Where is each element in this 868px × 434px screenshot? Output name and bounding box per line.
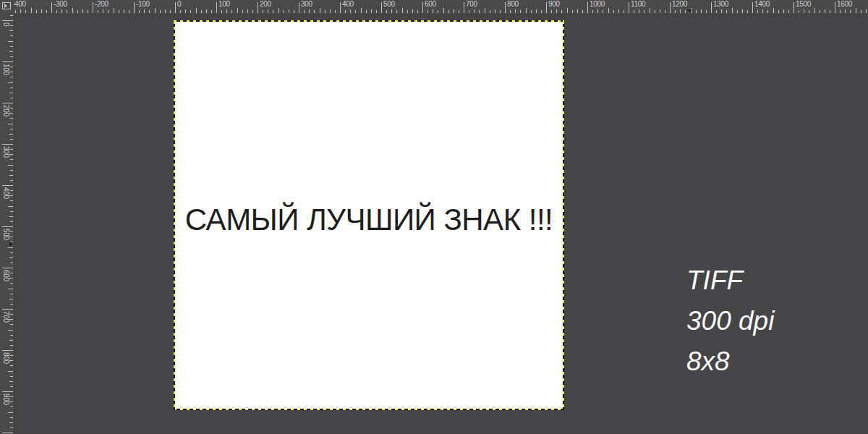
ruler-label-v: 600 (2, 270, 9, 281)
ruler-tick (417, 10, 418, 13)
ruler-tick (685, 10, 686, 13)
ruler-tick (9, 258, 13, 258)
vertical-ruler[interactable]: 0100200300400500600700800900 (0, 14, 14, 434)
ruler-tick (8, 330, 13, 331)
ruler-tick (56, 10, 57, 13)
ruler-tick (10, 56, 13, 57)
ruler-tick (160, 10, 161, 13)
info-line-dpi: 300 dpi (686, 301, 774, 341)
ruler-tick (644, 10, 644, 13)
ruler-tick (2, 144, 13, 145)
ruler-tick (67, 10, 67, 13)
ruler-tick (510, 10, 511, 13)
ruler-tick (139, 10, 140, 13)
ruler-label-v: 400 (2, 187, 9, 199)
ruler-tick (93, 2, 93, 13)
ruler-tick (247, 9, 248, 13)
ruler-tick (856, 8, 856, 13)
ruler-tick (825, 9, 825, 13)
ruler-tick (366, 10, 367, 13)
ruler-tick (10, 386, 13, 387)
ruler-label-v: 0 (2, 22, 9, 26)
ruler-tick (459, 10, 459, 13)
ruler-tick (793, 2, 794, 13)
ruler-tick (866, 9, 867, 13)
ruler-tick (814, 8, 815, 13)
ruler-tick (655, 10, 655, 13)
ruler-tick (515, 9, 516, 13)
ruler-tick (9, 51, 13, 52)
ruler-tick (340, 2, 341, 13)
ruler-tick (155, 8, 156, 13)
ruler-tick (8, 412, 13, 413)
ruler-label-v: 900 (2, 393, 9, 405)
ruler-tick (10, 304, 13, 305)
ruler-tick (675, 10, 676, 13)
ruler-label-v: 700 (2, 311, 9, 323)
ruler-tick (639, 9, 639, 13)
horizontal-ruler[interactable]: -400-300-200-100010020030040050060070080… (14, 0, 868, 14)
ruler-tick (561, 10, 562, 13)
ruler-tick (845, 9, 846, 13)
ruler-tick (134, 2, 135, 13)
ruler-tick (31, 8, 32, 13)
ruler-tick (381, 2, 382, 13)
ruler-tick (850, 10, 851, 13)
ruler-label-v: 300 (2, 146, 9, 158)
ruler-tick (119, 10, 119, 13)
ruler-label-v: 500 (2, 229, 9, 240)
ruler-tick (732, 8, 733, 13)
ruler-tick (231, 10, 232, 13)
ruler-tick (273, 10, 273, 13)
ruler-tick (9, 134, 13, 135)
ruler-tick (10, 335, 13, 336)
ruler-tick (443, 8, 444, 13)
ruler-tick (88, 10, 88, 13)
ruler-tick (10, 77, 13, 77)
ruler-tick (9, 422, 13, 423)
ruler-tick (650, 8, 650, 13)
ruler-tick (536, 9, 537, 13)
info-text-block: TIFF 300 dpi 8x8 (686, 260, 774, 382)
canvas-text-layer: САМЫЙ ЛУЧШИЙ ЗНАК !!! (174, 203, 564, 237)
ruler-tick (783, 9, 784, 13)
ruler-label-h: -400 (14, 1, 26, 8)
image-canvas[interactable]: САМЫЙ ЛУЧШИЙ ЗНАК !!! (174, 20, 564, 410)
ruler-tick (391, 9, 392, 13)
ruler-tick (165, 9, 166, 13)
ruler-tick (10, 231, 13, 232)
ruler-tick (10, 427, 13, 428)
ruler-tick (840, 10, 841, 13)
ruler-tick (350, 9, 351, 13)
ruler-tick (9, 216, 13, 217)
ruler-tick (10, 221, 13, 222)
ruler-tick (129, 10, 129, 13)
ruler-label-h: 700 (466, 1, 477, 8)
ruler-tick (371, 9, 372, 13)
ruler-tick (77, 10, 78, 13)
ruler-tick (103, 9, 103, 13)
ruler-tick (294, 10, 294, 13)
ruler-tick (8, 82, 13, 83)
ruler-tick (10, 355, 13, 356)
ruler-tick (61, 9, 62, 13)
ruler-origin-button[interactable] (0, 0, 14, 14)
ruler-tick (454, 9, 454, 13)
info-line-format: TIFF (686, 260, 774, 301)
ruler-label-h: 1200 (672, 1, 687, 8)
ruler-tick (10, 190, 13, 191)
ruler-tick (10, 273, 13, 273)
ruler-tick (9, 175, 13, 176)
ruler-label-h: 300 (301, 1, 312, 8)
ruler-tick (124, 9, 124, 13)
ruler-tick (551, 10, 552, 13)
ruler-label-v: 200 (2, 105, 9, 116)
ruler-tick (258, 2, 258, 13)
ruler-tick (427, 10, 428, 13)
ruler-tick (696, 10, 697, 13)
ruler-tick (314, 10, 315, 13)
ruler-tick (149, 10, 150, 13)
ruler-tick (170, 10, 171, 13)
ruler-tick (180, 10, 181, 13)
ruler-tick (541, 10, 542, 13)
